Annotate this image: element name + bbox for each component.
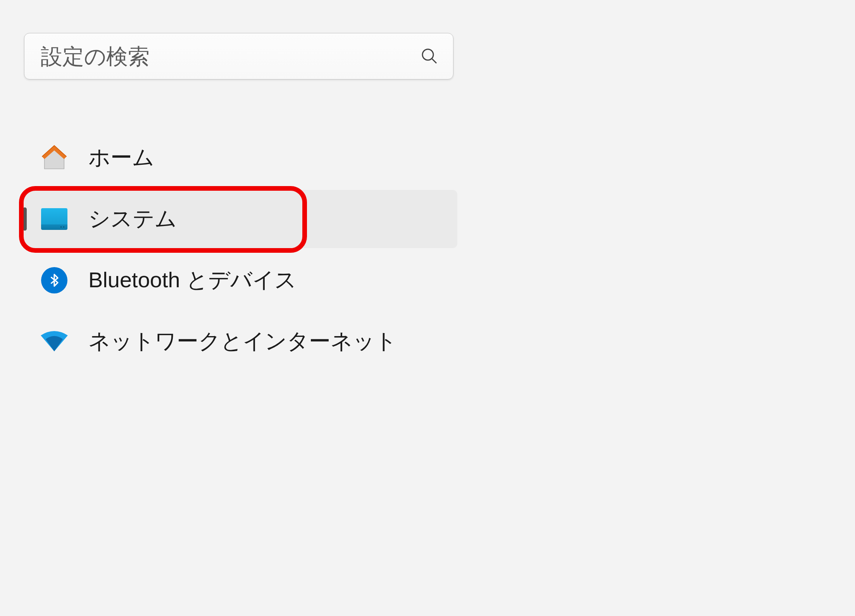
nav-label: Bluetooth とデバイス — [88, 266, 296, 295]
home-icon — [40, 143, 69, 173]
svg-point-0 — [422, 49, 433, 60]
system-icon — [40, 204, 69, 234]
nav-item-system[interactable]: システム — [24, 190, 457, 248]
nav-item-bluetooth[interactable]: Bluetooth とデバイス — [24, 251, 797, 309]
search-icon[interactable] — [420, 47, 439, 66]
svg-line-1 — [432, 59, 436, 63]
bluetooth-icon — [40, 266, 69, 295]
nav-item-network[interactable]: ネットワークとインターネット — [24, 312, 797, 371]
nav-label: ネットワークとインターネット — [88, 327, 397, 356]
network-icon — [40, 327, 69, 356]
nav-label: ホーム — [88, 143, 154, 173]
nav-item-home[interactable]: ホーム — [24, 129, 797, 187]
settings-nav: ホーム システム Bluetooth とデバイス ネットワークとインターネット — [24, 129, 797, 371]
search-container — [24, 33, 453, 79]
nav-label: システム — [88, 204, 177, 234]
search-input[interactable] — [24, 33, 453, 79]
